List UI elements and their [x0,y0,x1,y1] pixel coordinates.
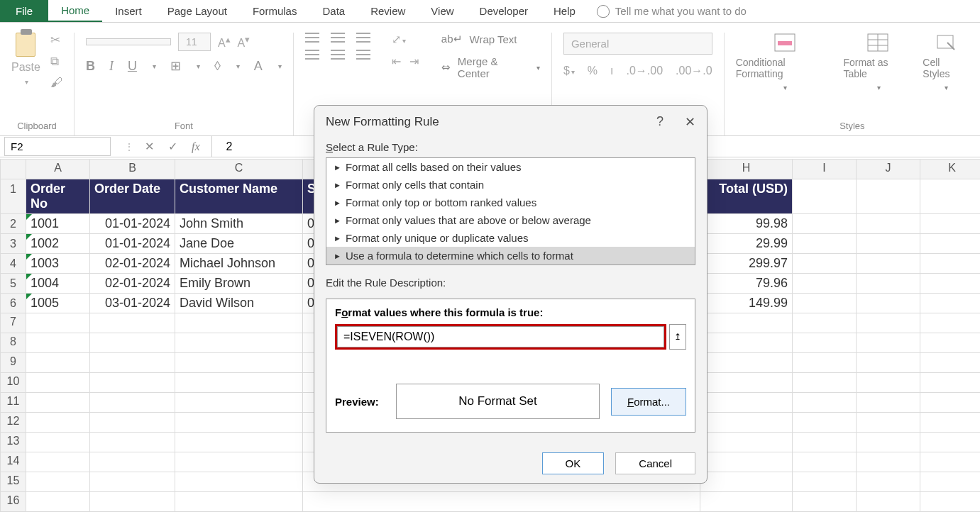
conditional-formatting-button[interactable]: Conditional Formatting▾ [736,33,834,91]
cell[interactable] [26,313,90,333]
col-header[interactable]: H [700,160,793,179]
row-header[interactable]: 9 [1,353,26,373]
cell[interactable] [90,393,175,413]
cell[interactable] [920,393,981,413]
cell[interactable] [793,393,857,413]
format-button[interactable]: Format... [611,388,686,416]
cell[interactable] [700,492,793,512]
cell[interactable]: David Wilson [175,294,303,313]
cell[interactable] [920,452,981,472]
cell[interactable] [793,333,857,353]
increase-decimal-button[interactable]: .0→.00 [626,65,663,77]
wrap-text-button[interactable]: ab↵ Wrap Text [441,33,540,45]
indent-decrease-icon[interactable]: ⇤ [392,55,401,68]
cell[interactable]: 29.99 [700,234,793,254]
cell[interactable] [175,393,303,413]
cell[interactable] [175,353,303,373]
cell[interactable] [793,294,857,313]
cell[interactable]: 1005 [26,294,90,313]
row-header[interactable]: 6 [1,294,26,313]
cell[interactable] [26,373,90,393]
font-size-select[interactable]: 11 [178,33,211,51]
cell[interactable] [700,353,793,373]
row-header[interactable]: 12 [1,413,26,433]
cell[interactable] [793,214,857,234]
cell[interactable] [175,472,303,492]
cell[interactable] [920,274,981,294]
rule-type-list[interactable]: ►Format all cells based on their values … [326,157,695,265]
indent-increase-icon[interactable]: ⇥ [409,55,419,68]
accounting-format-button[interactable]: $▾ [563,65,575,77]
align-left-icon[interactable] [305,50,319,60]
cell[interactable]: 1002 [26,234,90,254]
cell[interactable] [793,179,857,214]
col-header[interactable]: K [920,160,981,179]
cell[interactable] [857,313,920,333]
decrease-decimal-button[interactable]: .00→.0 [676,65,712,77]
cell[interactable] [920,234,981,254]
cell[interactable] [920,413,981,433]
cell[interactable]: Customer Name [175,179,303,214]
rule-type-item[interactable]: ►Format only values that are above or be… [326,211,695,229]
accept-formula-icon[interactable]: ✓ [168,140,177,153]
col-header[interactable]: C [175,160,303,179]
font-color-button[interactable]: A [254,59,263,74]
increase-font-icon[interactable]: A▴ [218,34,231,50]
cell[interactable] [175,313,303,333]
row-header[interactable]: 15 [1,472,26,492]
cell[interactable] [857,472,920,492]
tab-insert[interactable]: Insert [102,0,155,22]
row-header[interactable]: 5 [1,274,26,294]
cell[interactable] [175,413,303,433]
cell[interactable] [920,472,981,492]
cell[interactable] [90,333,175,353]
cell[interactable]: Order Date [90,179,175,214]
cell[interactable] [857,433,920,452]
cell[interactable]: John Smith [175,214,303,234]
cell[interactable] [857,234,920,254]
rule-type-item[interactable]: ►Use a formula to determine which cells … [326,247,695,264]
align-center-icon[interactable] [331,50,345,60]
cell[interactable] [700,452,793,472]
cell[interactable] [920,214,981,234]
number-format-select[interactable]: General [563,33,712,55]
cell[interactable] [700,433,793,452]
cell[interactable] [175,433,303,452]
formula-input[interactable]: 2 [211,136,233,157]
cell[interactable] [857,254,920,274]
cell[interactable] [90,452,175,472]
tell-me-search[interactable]: Tell me what you want to do [597,0,747,22]
format-as-table-button[interactable]: Format as Table▾ [843,33,913,91]
cell[interactable]: Total (USD) [700,179,793,214]
tab-formulas[interactable]: Formulas [240,0,310,22]
cell[interactable] [793,313,857,333]
cell[interactable] [793,433,857,452]
cancel-formula-icon[interactable]: ✕ [145,140,154,153]
cell[interactable] [700,393,793,413]
range-select-button[interactable]: ↥ [669,324,686,350]
orientation-button[interactable]: ⤢▾ [392,33,419,46]
cell[interactable]: 01-01-2024 [90,234,175,254]
col-header[interactable]: B [90,160,175,179]
merge-center-button[interactable]: ⇔ Merge & Center ▾ [441,55,540,79]
tab-data[interactable]: Data [309,0,358,22]
row-header[interactable]: 2 [1,214,26,234]
row-header[interactable]: 13 [1,433,26,452]
cell[interactable] [26,472,90,492]
cell[interactable] [857,333,920,353]
cell[interactable] [857,373,920,393]
cell[interactable] [26,452,90,472]
cell[interactable] [700,313,793,333]
cell[interactable] [920,433,981,452]
cell[interactable]: 02-01-2024 [90,274,175,294]
cell[interactable] [793,492,857,512]
row-header[interactable]: 14 [1,452,26,472]
format-painter-icon[interactable]: 🖌 [50,76,62,90]
cell[interactable]: Jane Doe [175,234,303,254]
cell[interactable] [90,433,175,452]
cell-styles-button[interactable]: Cell Styles▾ [923,33,969,91]
tab-developer[interactable]: Developer [467,0,541,22]
cell[interactable] [700,413,793,433]
cell[interactable] [90,373,175,393]
cell[interactable] [857,274,920,294]
